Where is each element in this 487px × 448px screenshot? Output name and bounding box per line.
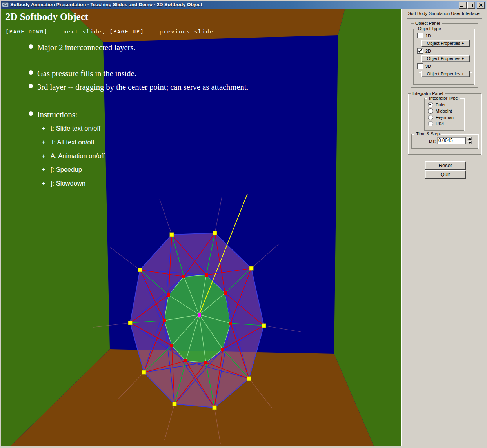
slide-title: 2D Softbody Object [5, 11, 88, 22]
radio-icon[interactable] [428, 108, 433, 114]
object-properties-button-1d[interactable]: Object Properties + [421, 40, 470, 47]
titlebar[interactable]: Sofbody Animation Presentation - Teachin… [1, 1, 486, 9]
checkbox-3d[interactable]: 3D [417, 63, 431, 69]
button-nub [470, 42, 472, 46]
object-type-group: Object Type 1D Object Properties + 2D Ob… [413, 29, 474, 85]
checkbox-icon[interactable] [417, 48, 423, 54]
slide-text-overlay: 2D Softbody Object [PAGE DOWN] -- next s… [1, 9, 401, 446]
quit-button[interactable]: Quit [425, 170, 465, 179]
instruction-item: +A: Animation on/off [42, 152, 105, 160]
bullet-icon [29, 44, 33, 49]
bullet-item: Gas pressure fills in the inside. [29, 69, 136, 78]
button-nub [470, 57, 472, 61]
button-nub [470, 72, 472, 76]
checkbox-icon[interactable] [417, 33, 423, 38]
separator [407, 158, 480, 159]
panel-title: Soft Body Simulation User Interface [402, 11, 486, 16]
checkbox-2d[interactable]: 2D [417, 48, 431, 54]
reset-button[interactable]: Reset [425, 161, 465, 170]
slide-nav-hint: [PAGE DOWN] -- next slide, [PAGE UP] -- … [5, 29, 214, 35]
integrator-panel-group: Integrator Panel Integrator Type Euler M… [408, 93, 481, 155]
instruction-item: +]: Slowdown [42, 180, 85, 187]
checkbox-icon[interactable] [417, 63, 423, 69]
spinner-up-icon[interactable] [467, 137, 472, 140]
app-icon [2, 2, 9, 7]
dt-input[interactable]: 0.0045 [437, 137, 466, 144]
button-nub [419, 57, 421, 61]
integrator-type-group: Integrator Type Euler Midpoint Feynman R… [424, 98, 464, 131]
radio-euler[interactable]: Euler [428, 102, 446, 107]
checkbox-1d[interactable]: 1D [417, 33, 431, 38]
bullet-icon [29, 70, 33, 75]
radio-icon[interactable] [428, 102, 433, 107]
radio-rk4[interactable]: RK4 [428, 121, 444, 126]
radio-feynman[interactable]: Feynman [428, 115, 454, 120]
radio-icon[interactable] [428, 115, 433, 120]
bullet-item: 3rd layer -- dragging by the center poin… [29, 83, 248, 92]
bullet-item: Instructions: [29, 110, 78, 119]
bullet-icon [29, 84, 33, 88]
radio-icon[interactable] [428, 121, 433, 126]
minimize-button[interactable] [459, 2, 467, 9]
control-panel: Soft Body Simulation User Interface Obje… [401, 9, 486, 446]
object-properties-button-3d[interactable]: Object Properties + [421, 71, 470, 77]
bullet-item: Major 2 interconnected layers. [29, 43, 135, 52]
button-nub [419, 72, 421, 76]
instruction-item: +T: All text on/off [42, 138, 94, 146]
dt-label: DT: [429, 139, 436, 144]
radio-midpoint[interactable]: Midpoint [428, 108, 452, 114]
time-step-group: Time & Step DT: 0.0045 [411, 134, 478, 149]
bullet-icon [29, 111, 33, 116]
window-bottom-border [0, 446, 487, 448]
maximize-button[interactable] [467, 2, 475, 9]
object-panel-group: Object Panel Object Type 1D Object Prope… [411, 23, 478, 88]
dt-spinner[interactable] [467, 137, 472, 144]
spinner-down-icon[interactable] [467, 141, 472, 144]
instruction-item: +[: Speedup [42, 166, 82, 173]
window-title: Sofbody Animation Presentation - Teachin… [10, 2, 202, 7]
button-nub [419, 42, 421, 46]
simulation-viewport[interactable]: 2D Softbody Object [PAGE DOWN] -- next s… [1, 9, 401, 446]
separator [407, 18, 482, 20]
object-properties-button-2d[interactable]: Object Properties + [421, 55, 470, 62]
instruction-item: +t: Slide text on/off [42, 125, 100, 132]
close-button[interactable] [477, 2, 485, 9]
